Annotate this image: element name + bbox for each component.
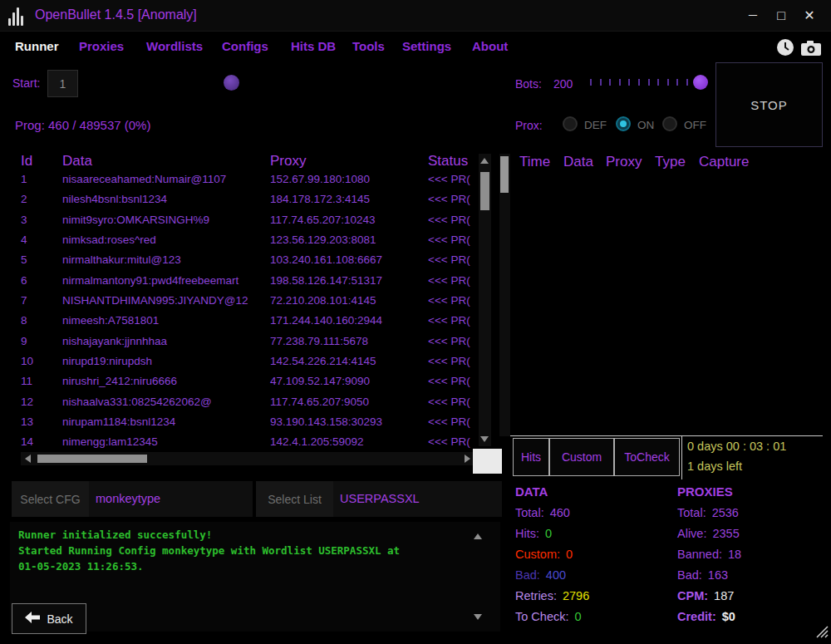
col-header-id: Id — [21, 153, 32, 170]
cell-proxy: 117.74.65.207:10243 — [270, 214, 376, 226]
resize-grip-icon[interactable] — [816, 626, 829, 642]
hits-vertical-scrollbar[interactable] — [499, 154, 510, 436]
table-row[interactable]: 12nishaalva331:08254262062@117.74.65.207… — [10, 396, 477, 415]
scroll-thumb[interactable] — [500, 156, 509, 193]
log-line: Runner initialized succesfully! — [18, 527, 492, 543]
stat-row-total: Total:460 — [515, 506, 570, 519]
maximize-button[interactable]: □ — [770, 6, 792, 25]
vertical-scrollbar[interactable] — [479, 154, 491, 446]
cell-proxy: 184.178.172.3:4145 — [270, 193, 370, 205]
close-button[interactable]: ✕ — [799, 6, 820, 25]
stat-label: Retries: — [515, 589, 557, 602]
elapsed-timer: 0 days 00 : 03 : 01 — [687, 440, 786, 453]
clock-icon[interactable] — [775, 37, 795, 61]
table-row[interactable]: 9nishajayank:jjnnhhaa77.238.79.111:5678<… — [10, 335, 477, 355]
table-row[interactable]: 5nirmalthakur:mitul@123103.240.161.108:6… — [10, 253, 477, 273]
prox-radio-def[interactable] — [563, 116, 578, 131]
cell-status: <<< PR( — [428, 274, 478, 287]
col-header-proxy: Proxy — [270, 153, 306, 170]
log-line: 01-05-2023 11:26:53. — [18, 558, 492, 574]
stat-label: Total: — [515, 506, 544, 519]
cell-status: <<< PR( — [428, 335, 478, 347]
cell-data: nisaareceahamed:Numair@1107 — [62, 173, 265, 185]
tab-tocheck[interactable]: ToCheck — [614, 438, 680, 476]
slider-thumb[interactable] — [693, 75, 708, 90]
slider-ticks — [590, 79, 706, 86]
log-scroll-up-arrow-icon[interactable] — [474, 533, 482, 539]
scroll-down-arrow-icon[interactable] — [480, 436, 489, 442]
table-row[interactable]: 7NISHANTDHIMAN995:JIYANDY@1272.210.208.1… — [10, 294, 477, 314]
stat-label: CPM: — [677, 589, 708, 602]
col-header-time: Time — [519, 154, 550, 170]
wordlist-name-field[interactable]: USERPASSXL — [333, 481, 502, 517]
stop-button[interactable]: STOP — [715, 62, 823, 147]
cell-id: 8 — [21, 314, 27, 327]
menu-item-configs[interactable]: Configs — [222, 39, 268, 53]
cell-proxy: 152.67.99.180:1080 — [270, 173, 370, 185]
select-list-button[interactable]: Select List — [256, 481, 333, 517]
stat-value: 0 — [574, 610, 581, 623]
menu-item-runner[interactable]: Runner — [15, 39, 59, 53]
prox-radio-on[interactable] — [616, 116, 631, 131]
stat-row-tocheck: To Check:0 — [515, 610, 582, 623]
cell-id: 6 — [21, 274, 27, 287]
scroll-thumb[interactable] — [480, 172, 489, 210]
table-row[interactable]: 13nirupam1184:bsnl123493.190.143.158:302… — [10, 415, 477, 435]
tab-hits[interactable]: Hits — [513, 438, 549, 476]
horizontal-scrollbar[interactable] — [21, 452, 475, 465]
cell-id: 12 — [21, 396, 33, 408]
back-button[interactable]: Back — [12, 603, 86, 634]
table-row[interactable]: 3nimit9syro:OMKARSINGH%9117.74.65.207:10… — [10, 214, 477, 234]
cell-status: <<< PR( — [428, 294, 478, 307]
divider — [681, 435, 682, 479]
camera-icon[interactable] — [800, 40, 822, 60]
stat-row-hits: Hits:0 — [515, 527, 552, 540]
cell-proxy: 142.4.1.205:59092 — [270, 435, 364, 448]
cell-status: <<< PR( — [428, 396, 478, 408]
stat-label: Alive: — [677, 527, 706, 540]
minimize-button[interactable]: ─ — [742, 6, 764, 25]
table-row[interactable]: 2nilesh4bsnl:bsnl1234184.178.172.3:4145<… — [10, 193, 477, 213]
table-row[interactable]: 10nirupd19:nirupdsh142.54.226.214:4145<<… — [10, 355, 477, 375]
start-input[interactable] — [47, 70, 78, 97]
cell-id: 4 — [21, 234, 27, 246]
config-name-field[interactable]: monkeytype — [89, 481, 253, 517]
stat-value: $0 — [722, 610, 735, 623]
stat-label: Credit: — [677, 610, 716, 623]
scroll-thumb[interactable] — [37, 455, 147, 463]
table-row[interactable]: 11nirushri_2412:niru666647.109.52.147:90… — [10, 375, 477, 395]
log-scroll-down-arrow-icon[interactable] — [474, 614, 482, 620]
menu-item-about[interactable]: About — [472, 39, 508, 53]
stat-value: 400 — [546, 568, 566, 582]
cell-id: 11 — [21, 375, 32, 387]
prox-radio-off[interactable] — [662, 116, 677, 131]
data-stats-title: DATA — [515, 484, 548, 499]
menu-item-proxies[interactable]: Proxies — [79, 39, 124, 53]
prox-radio-off-label: OFF — [684, 119, 706, 131]
table-row[interactable]: 1nisaareceahamed:Numair@1107152.67.99.18… — [10, 173, 477, 193]
tab-custom[interactable]: Custom — [549, 438, 614, 476]
bots-label: Bots: — [515, 77, 542, 91]
cell-data: nimksad:roses^red — [62, 234, 265, 246]
scroll-up-arrow-icon[interactable] — [480, 158, 489, 164]
table-row[interactable]: 6nirmalmantony91:pwd4freebeemart198.58.1… — [10, 274, 477, 294]
stat-row-cpm: CPM:187 — [677, 589, 734, 602]
stat-row-proxies-total: Total:2536 — [677, 506, 739, 519]
table-row[interactable]: 4nimksad:roses^red123.56.129.203:8081<<<… — [10, 234, 477, 253]
menu-item-settings[interactable]: Settings — [402, 39, 451, 53]
scroll-right-arrow-icon[interactable] — [465, 455, 470, 463]
select-cfg-button[interactable]: Select CFG — [12, 481, 89, 517]
back-arrow-icon — [25, 612, 40, 626]
bots-slider[interactable] — [588, 71, 715, 93]
table-row[interactable]: 8nimeesh:A7581801171.244.140.160:2944<<<… — [10, 314, 477, 334]
menu-item-hitsdb[interactable]: Hits DB — [291, 39, 336, 53]
scroll-left-arrow-icon[interactable] — [25, 455, 31, 463]
back-button-label: Back — [47, 612, 72, 626]
cell-proxy: 93.190.143.158:30293 — [270, 415, 382, 428]
stat-label: Custom: — [515, 548, 560, 561]
menu-item-wordlists[interactable]: Wordlists — [146, 39, 203, 53]
menu-item-tools[interactable]: Tools — [352, 39, 385, 53]
cell-status: <<< PR( — [428, 355, 478, 367]
cell-proxy: 47.109.52.147:9090 — [270, 375, 370, 387]
cell-proxy: 72.210.208.101:4145 — [270, 294, 376, 307]
